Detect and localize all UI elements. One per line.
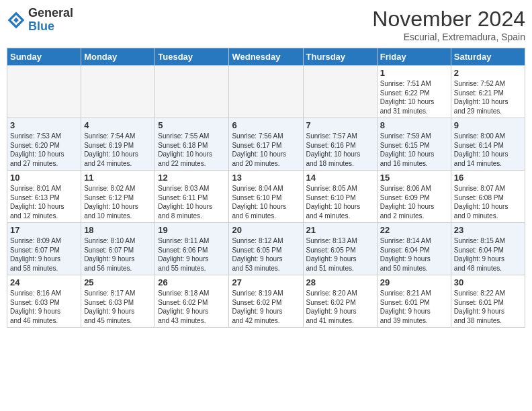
calendar-cell (229, 66, 303, 118)
calendar-header: SundayMondayTuesdayWednesdayThursdayFrid… (7, 48, 525, 66)
calendar-cell: 4Sunrise: 7:54 AM Sunset: 6:19 PM Daylig… (81, 118, 155, 171)
day-number: 22 (380, 225, 448, 235)
day-number: 18 (84, 225, 152, 235)
day-info: Sunrise: 8:04 AM Sunset: 6:10 PM Dayligh… (232, 184, 300, 220)
calendar-cell: 21Sunrise: 8:13 AM Sunset: 6:05 PM Dayli… (303, 223, 377, 275)
logo-blue: Blue (28, 20, 73, 34)
header: General Blue November 2024 Escurial, Ext… (7, 7, 525, 42)
calendar-cell (303, 66, 377, 118)
day-number: 30 (454, 277, 522, 287)
day-number: 1 (380, 68, 448, 78)
day-info: Sunrise: 7:51 AM Sunset: 6:22 PM Dayligh… (380, 79, 448, 116)
logo-general: General (28, 7, 73, 20)
calendar-cell: 1Sunrise: 7:51 AM Sunset: 6:22 PM Daylig… (377, 66, 451, 118)
calendar-week-row: 1Sunrise: 7:51 AM Sunset: 6:22 PM Daylig… (7, 66, 525, 118)
day-number: 7 (306, 120, 374, 130)
calendar-cell: 17Sunrise: 8:09 AM Sunset: 6:07 PM Dayli… (7, 223, 81, 275)
calendar-cell: 15Sunrise: 8:06 AM Sunset: 6:09 PM Dayli… (377, 171, 451, 223)
day-info: Sunrise: 8:17 AM Sunset: 6:03 PM Dayligh… (84, 289, 152, 325)
weekday-header: Friday (377, 48, 451, 66)
calendar-week-row: 24Sunrise: 8:16 AM Sunset: 6:03 PM Dayli… (7, 275, 525, 328)
logo-text: General Blue (28, 7, 73, 34)
day-info: Sunrise: 8:14 AM Sunset: 6:04 PM Dayligh… (380, 236, 448, 273)
weekday-header: Wednesday (229, 48, 303, 66)
day-info: Sunrise: 8:09 AM Sunset: 6:07 PM Dayligh… (10, 236, 78, 273)
day-info: Sunrise: 8:20 AM Sunset: 6:02 PM Dayligh… (306, 289, 374, 325)
day-info: Sunrise: 7:55 AM Sunset: 6:18 PM Dayligh… (158, 132, 226, 168)
day-info: Sunrise: 8:00 AM Sunset: 6:14 PM Dayligh… (454, 132, 522, 168)
calendar-cell: 23Sunrise: 8:15 AM Sunset: 6:04 PM Dayli… (451, 223, 525, 275)
day-info: Sunrise: 8:11 AM Sunset: 6:06 PM Dayligh… (158, 236, 226, 273)
page: General Blue November 2024 Escurial, Ext… (0, 0, 532, 334)
weekday-header: Saturday (451, 48, 525, 66)
day-number: 29 (380, 277, 448, 287)
calendar-cell: 7Sunrise: 7:57 AM Sunset: 6:16 PM Daylig… (303, 118, 377, 171)
day-number: 12 (158, 173, 226, 183)
weekday-header: Sunday (7, 48, 81, 66)
day-info: Sunrise: 8:21 AM Sunset: 6:01 PM Dayligh… (380, 289, 448, 325)
calendar-cell: 20Sunrise: 8:12 AM Sunset: 6:05 PM Dayli… (229, 223, 303, 275)
day-number: 6 (232, 120, 300, 130)
calendar-week-row: 3Sunrise: 7:53 AM Sunset: 6:20 PM Daylig… (7, 118, 525, 171)
day-info: Sunrise: 8:18 AM Sunset: 6:02 PM Dayligh… (158, 289, 226, 325)
calendar-cell: 8Sunrise: 7:59 AM Sunset: 6:15 PM Daylig… (377, 118, 451, 171)
calendar-cell: 14Sunrise: 8:05 AM Sunset: 6:10 PM Dayli… (303, 171, 377, 223)
calendar-week-row: 10Sunrise: 8:01 AM Sunset: 6:13 PM Dayli… (7, 171, 525, 223)
weekday-row: SundayMondayTuesdayWednesdayThursdayFrid… (7, 48, 525, 66)
month-title: November 2024 (372, 7, 525, 32)
logo: General Blue (7, 7, 73, 34)
day-number: 14 (306, 173, 374, 183)
calendar-cell: 5Sunrise: 7:55 AM Sunset: 6:18 PM Daylig… (155, 118, 229, 171)
day-info: Sunrise: 7:56 AM Sunset: 6:17 PM Dayligh… (232, 132, 300, 168)
day-number: 10 (10, 173, 78, 183)
calendar-cell: 24Sunrise: 8:16 AM Sunset: 6:03 PM Dayli… (7, 275, 81, 328)
day-number: 28 (306, 277, 374, 287)
weekday-header: Monday (81, 48, 155, 66)
day-number: 19 (158, 225, 226, 235)
calendar-cell: 2Sunrise: 7:52 AM Sunset: 6:21 PM Daylig… (451, 66, 525, 118)
calendar-cell: 27Sunrise: 8:19 AM Sunset: 6:02 PM Dayli… (229, 275, 303, 328)
title-area: November 2024 Escurial, Extremadura, Spa… (372, 7, 525, 42)
day-info: Sunrise: 7:59 AM Sunset: 6:15 PM Dayligh… (380, 132, 448, 168)
calendar-cell: 18Sunrise: 8:10 AM Sunset: 6:07 PM Dayli… (81, 223, 155, 275)
day-number: 24 (10, 277, 78, 287)
day-number: 13 (232, 173, 300, 183)
weekday-header: Thursday (303, 48, 377, 66)
calendar-cell: 29Sunrise: 8:21 AM Sunset: 6:01 PM Dayli… (377, 275, 451, 328)
day-info: Sunrise: 7:52 AM Sunset: 6:21 PM Dayligh… (454, 79, 522, 116)
day-number: 8 (380, 120, 448, 130)
day-info: Sunrise: 7:54 AM Sunset: 6:19 PM Dayligh… (84, 132, 152, 168)
calendar-cell (81, 66, 155, 118)
calendar-cell: 22Sunrise: 8:14 AM Sunset: 6:04 PM Dayli… (377, 223, 451, 275)
day-number: 15 (380, 173, 448, 183)
calendar-cell: 6Sunrise: 7:56 AM Sunset: 6:17 PM Daylig… (229, 118, 303, 171)
calendar-cell: 19Sunrise: 8:11 AM Sunset: 6:06 PM Dayli… (155, 223, 229, 275)
day-number: 2 (454, 68, 522, 78)
day-number: 9 (454, 120, 522, 130)
day-info: Sunrise: 8:02 AM Sunset: 6:12 PM Dayligh… (84, 184, 152, 220)
day-number: 16 (454, 173, 522, 183)
day-number: 23 (454, 225, 522, 235)
day-info: Sunrise: 7:57 AM Sunset: 6:16 PM Dayligh… (306, 132, 374, 168)
day-info: Sunrise: 8:06 AM Sunset: 6:09 PM Dayligh… (380, 184, 448, 220)
calendar-cell (155, 66, 229, 118)
day-number: 25 (84, 277, 152, 287)
calendar-cell: 26Sunrise: 8:18 AM Sunset: 6:02 PM Dayli… (155, 275, 229, 328)
day-number: 5 (158, 120, 226, 130)
day-number: 4 (84, 120, 152, 130)
calendar-cell: 25Sunrise: 8:17 AM Sunset: 6:03 PM Dayli… (81, 275, 155, 328)
day-info: Sunrise: 7:53 AM Sunset: 6:20 PM Dayligh… (10, 132, 78, 168)
day-info: Sunrise: 8:12 AM Sunset: 6:05 PM Dayligh… (232, 236, 300, 273)
calendar: SundayMondayTuesdayWednesdayThursdayFrid… (7, 48, 525, 328)
logo-icon (7, 11, 26, 30)
day-number: 17 (10, 225, 78, 235)
day-info: Sunrise: 8:19 AM Sunset: 6:02 PM Dayligh… (232, 289, 300, 325)
calendar-cell: 9Sunrise: 8:00 AM Sunset: 6:14 PM Daylig… (451, 118, 525, 171)
day-number: 20 (232, 225, 300, 235)
calendar-cell: 30Sunrise: 8:22 AM Sunset: 6:01 PM Dayli… (451, 275, 525, 328)
day-number: 26 (158, 277, 226, 287)
calendar-cell: 3Sunrise: 7:53 AM Sunset: 6:20 PM Daylig… (7, 118, 81, 171)
day-info: Sunrise: 8:05 AM Sunset: 6:10 PM Dayligh… (306, 184, 374, 220)
day-number: 27 (232, 277, 300, 287)
calendar-body: 1Sunrise: 7:51 AM Sunset: 6:22 PM Daylig… (7, 66, 525, 328)
